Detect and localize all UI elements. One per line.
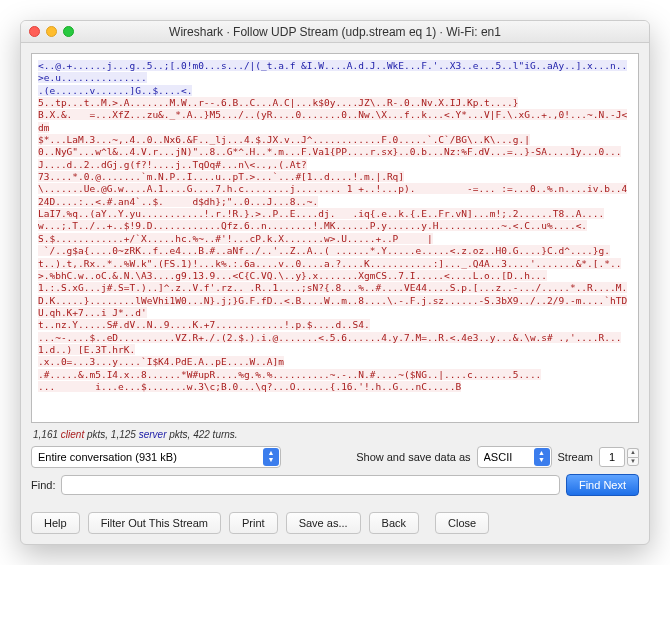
client-pkt-count: 1,161 (33, 429, 58, 440)
minimize-window-icon[interactable] (46, 26, 57, 37)
find-label: Find: (31, 479, 55, 491)
client-word: client (61, 429, 84, 440)
stream-number-stepper[interactable]: ▲ ▼ (599, 447, 639, 467)
stream-label: Stream (558, 451, 593, 463)
print-button[interactable]: Print (229, 512, 278, 534)
find-row: Find: Find Next (31, 474, 639, 496)
client-stream-segment: 5..tp...t..M.>.A.......M.W..r--.6.B..C..… (38, 97, 518, 108)
close-button[interactable]: Close (435, 512, 489, 534)
client-stream-segment: -=... :=...0..%.n....iv.b..424D....:..<.… (38, 183, 627, 392)
stepper-down-icon[interactable]: ▼ (627, 457, 639, 466)
show-as-select[interactable]: ASCII (477, 446, 552, 468)
filter-row: Entire conversation (931 kB) ▲▼ Show and… (31, 446, 639, 468)
save-as-button[interactable]: Save as... (286, 512, 361, 534)
find-next-button[interactable]: Find Next (566, 474, 639, 496)
stream-text-view[interactable]: <..@.+......j...g..5..;[.0!m0...s.../|(_… (31, 53, 639, 423)
window-title: Wireshark · Follow UDP Stream (udp.strea… (29, 25, 641, 39)
back-button[interactable]: Back (369, 512, 419, 534)
help-button[interactable]: Help (31, 512, 80, 534)
server-word: server (139, 429, 167, 440)
content-area: <..@.+......j...g..5..;[.0!m0...s.../|(_… (21, 43, 649, 544)
close-window-icon[interactable] (29, 26, 40, 37)
server-pkt-count: 1,125 (111, 429, 136, 440)
bottom-button-row: Help Filter Out This Stream Print Save a… (31, 506, 639, 534)
show-as-label: Show and save data as (356, 451, 470, 463)
zoom-window-icon[interactable] (63, 26, 74, 37)
find-input[interactable] (61, 475, 559, 495)
wireshark-follow-stream-window: Wireshark · Follow UDP Stream (udp.strea… (20, 20, 650, 545)
stream-number-input[interactable] (599, 447, 625, 467)
titlebar: Wireshark · Follow UDP Stream (udp.strea… (21, 21, 649, 43)
filter-out-button[interactable]: Filter Out This Stream (88, 512, 221, 534)
client-stream-segment: B.X.&. =...XfZ...zu&._*.A..}M5.../..(yR.… (38, 109, 627, 194)
conversation-select[interactable]: Entire conversation (931 kB) (31, 446, 281, 468)
server-stream-segment: <..@.+......j...g..5..;[.0!m0...s.../|(_… (38, 60, 627, 96)
packet-stats: 1,161 client pkts, 1,125 server pkts, 42… (33, 429, 637, 440)
window-traffic-lights (29, 26, 74, 37)
stepper-up-icon[interactable]: ▲ (627, 448, 639, 457)
